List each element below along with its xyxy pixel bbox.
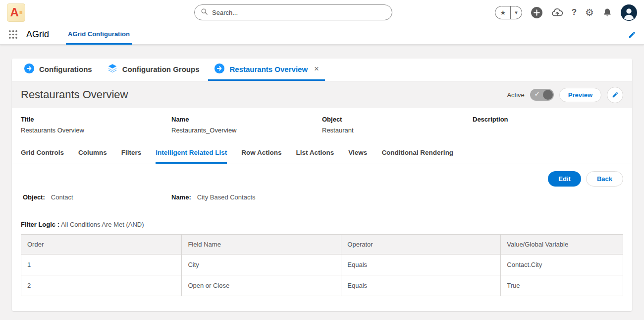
cell-field-name: Open or Close — [182, 275, 341, 296]
cell-order: 2 — [21, 275, 182, 296]
field-label: Title — [21, 116, 171, 123]
search-input[interactable] — [212, 9, 386, 16]
help-icon[interactable]: ? — [572, 7, 577, 17]
record-icon — [24, 63, 35, 75]
detail-field-title: Title Restaurants Overview — [21, 116, 171, 134]
tab-label: Configurations — [39, 65, 92, 73]
object-field: Object: Contact — [23, 193, 171, 201]
app-logo[interactable]: A ≡ — [7, 3, 25, 22]
related-list-content: Edit Back Object: Contact Name: City Bas… — [12, 164, 632, 311]
column-header-order: Order — [21, 235, 182, 255]
content-actions: Edit Back — [21, 171, 623, 187]
tab-configuration-groups[interactable]: Configuration Groups — [101, 59, 206, 81]
cell-field-name: City — [182, 255, 341, 275]
cloud-upload-icon[interactable] — [551, 6, 563, 18]
pencil-icon — [612, 91, 619, 98]
filter-logic-label: Filter Logic : — [21, 221, 59, 228]
configuration-card: Configurations Configuration Groups Rest… — [12, 59, 632, 311]
object-value: Contact — [51, 193, 73, 201]
page-body: Configurations Configuration Groups Rest… — [0, 45, 644, 311]
toggle-knob — [543, 90, 553, 100]
app-nav-bar: AGrid AGrid Configuration — [0, 25, 644, 45]
field-value: Restaurants Overview — [21, 127, 171, 134]
config-tab-bar: Grid Controls Columns Filters Intelligen… — [12, 143, 632, 164]
filter-conditions-table: Order Field Name Operator Value/Global V… — [21, 234, 623, 296]
global-actions-plus-icon[interactable] — [531, 6, 543, 19]
active-label: Active — [507, 91, 524, 99]
tab-row-actions[interactable]: Row Actions — [241, 143, 281, 164]
cell-value: True — [501, 275, 623, 296]
header-actions: ★ ▾ ? ⚙ — [495, 4, 637, 21]
record-details: Title Restaurants Overview Name Restaura… — [12, 108, 632, 143]
record-icon — [214, 63, 225, 75]
table-row: 2 Open or Close Equals True — [21, 275, 623, 296]
filter-logic-value: All Conditions Are Met (AND) — [61, 221, 144, 228]
favorite-star-icon[interactable]: ★ — [495, 6, 511, 19]
detail-field-object: Object Restaurant — [322, 116, 473, 134]
column-header-value-global-variable: Value/Global Variable — [501, 235, 623, 255]
tab-filters[interactable]: Filters — [121, 143, 142, 164]
nav-edit-pencil-icon[interactable] — [628, 31, 636, 39]
active-toggle[interactable]: ✓ — [530, 89, 554, 101]
tab-grid-controls[interactable]: Grid Controls — [21, 143, 64, 164]
layers-icon — [107, 63, 118, 75]
field-value — [473, 127, 623, 134]
filter-logic: Filter Logic : All Conditions Are Met (A… — [21, 221, 623, 228]
detail-field-description: Description — [473, 116, 623, 134]
notifications-bell-icon[interactable] — [602, 7, 612, 17]
toggle-check-icon: ✓ — [535, 91, 540, 97]
app-logo-lines-icon: ≡ — [19, 9, 22, 15]
search-icon — [201, 8, 208, 17]
object-label: Object: — [23, 193, 45, 201]
global-search[interactable] — [194, 4, 392, 20]
record-header: Restaurants Overview Active ✓ Preview — [12, 81, 632, 108]
app-logo-letter: A — [10, 6, 19, 18]
tab-list-actions[interactable]: List Actions — [296, 143, 334, 164]
cell-operator: Equals — [341, 275, 501, 296]
tab-intelligent-related-list[interactable]: Intelligent Related List — [156, 143, 227, 164]
tab-label: Configuration Groups — [122, 65, 200, 73]
workspace-tabs: Configurations Configuration Groups Rest… — [12, 59, 632, 81]
field-value: Restaurant — [322, 127, 473, 134]
global-header: A ≡ ★ ▾ ? ⚙ — [0, 0, 644, 25]
field-label: Object — [322, 116, 473, 123]
record-title: Restaurants Overview — [21, 88, 128, 101]
name-value: City Based Contacts — [197, 193, 256, 201]
back-button[interactable]: Back — [586, 171, 623, 187]
preview-button[interactable]: Preview — [559, 88, 601, 102]
table-header-row: Order Field Name Operator Value/Global V… — [21, 235, 623, 255]
record-header-actions: Active ✓ Preview — [507, 87, 623, 103]
name-label: Name: — [171, 193, 191, 201]
column-header-operator: Operator — [341, 235, 501, 255]
column-header-field-name: Field Name — [182, 235, 341, 255]
field-label: Description — [473, 116, 623, 123]
tab-restaurants-overview[interactable]: Restaurants Overview × — [208, 59, 325, 81]
tab-conditional-rendering[interactable]: Conditional Rendering — [381, 143, 453, 164]
field-label: Name — [171, 116, 322, 123]
favorites-group: ★ ▾ — [495, 6, 522, 19]
table-row: 1 City Equals Contact.City — [21, 255, 623, 275]
tab-views[interactable]: Views — [348, 143, 367, 164]
favorites-dropdown-icon[interactable]: ▾ — [511, 6, 522, 19]
cell-order: 1 — [21, 255, 182, 275]
app-name: AGrid — [26, 29, 49, 40]
detail-field-name: Name Restaurants_Overview — [171, 116, 322, 134]
cell-value: Contact.City — [501, 255, 623, 275]
nav-tab-agrid-configuration[interactable]: AGrid Configuration — [66, 25, 132, 45]
record-edit-pencil-button[interactable] — [607, 87, 623, 103]
tab-label: Restaurants Overview — [229, 65, 308, 73]
tab-configurations[interactable]: Configurations — [18, 59, 98, 81]
user-avatar[interactable] — [621, 4, 637, 21]
cell-operator: Equals — [341, 255, 501, 275]
name-field: Name: City Based Contacts — [171, 193, 256, 201]
app-launcher-waffle-icon[interactable] — [8, 29, 18, 40]
field-value: Restaurants_Overview — [171, 127, 322, 134]
tab-columns[interactable]: Columns — [78, 143, 107, 164]
close-tab-icon[interactable]: × — [314, 64, 319, 74]
related-list-summary: Object: Contact Name: City Based Contact… — [21, 193, 623, 201]
edit-button[interactable]: Edit — [548, 171, 581, 187]
setup-gear-icon[interactable]: ⚙ — [585, 6, 594, 18]
